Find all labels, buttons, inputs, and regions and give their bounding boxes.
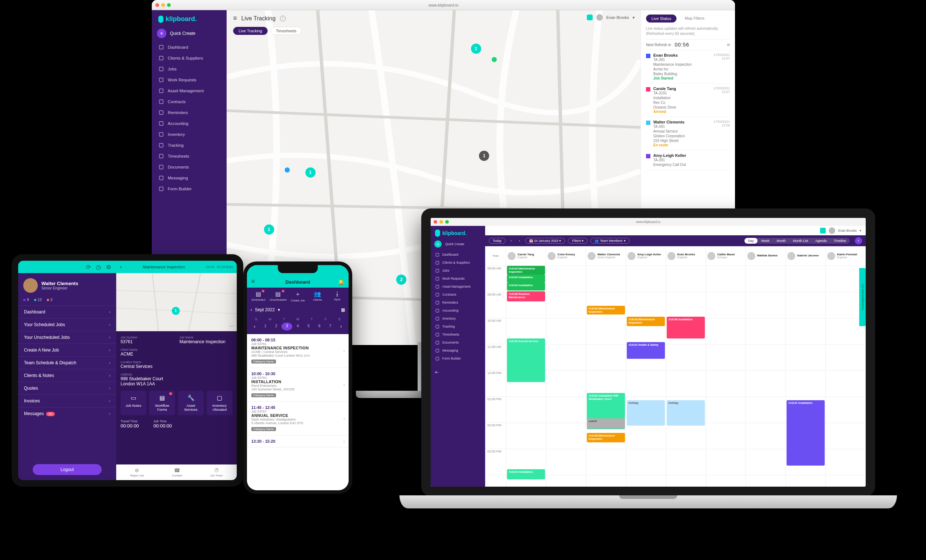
drawer-item[interactable]: Your Scheduled Jobs› [18, 318, 116, 331]
collapse-icon[interactable]: ⇤ [431, 362, 485, 382]
avatar[interactable] [23, 278, 38, 293]
tile-box[interactable]: ▢Inventory Allocated [207, 391, 232, 415]
drawer-item[interactable]: Invoices› [18, 394, 116, 407]
bell-icon[interactable]: 🔔 [338, 279, 344, 285]
tab-live-status[interactable]: Live Status [646, 15, 676, 23]
nav-item-messaging[interactable]: Messaging [431, 347, 485, 354]
view-timeline[interactable]: Timeline [830, 238, 850, 244]
gear-icon[interactable]: ⚙ [106, 264, 111, 271]
bottombar-timer[interactable]: ⏱Job Timer [210, 468, 222, 477]
nav-item-inventory[interactable]: Inventory [431, 315, 485, 322]
nav-item-dashboard[interactable]: Dashboard [431, 251, 485, 259]
schedule-event[interactable]: #14146 Installation [667, 317, 705, 339]
nav-item-tracking[interactable]: Tracking [431, 322, 485, 330]
status-item[interactable]: Walter Clements TA-591 Annual Service Gl… [646, 117, 730, 150]
nav-item-form-builder[interactable]: Form Builder [152, 183, 227, 194]
drawer-item[interactable]: Dashboard› [18, 306, 116, 318]
month-selector[interactable]: ‹ Sept 2022 ▾ ▦ [247, 305, 349, 315]
drawer-item[interactable]: Team Schedule & Dispatch› [18, 356, 116, 369]
nav-item-work-requests[interactable]: Work Requests [431, 275, 485, 283]
view-week[interactable]: Week [758, 238, 773, 244]
refresh-icon[interactable]: ⟳ [727, 43, 730, 47]
resource-header[interactable]: Evan BrooksEngineer [666, 246, 705, 266]
nav-item-documents[interactable]: Documents [431, 339, 485, 347]
view-month[interactable]: Month [773, 238, 790, 244]
nav-item-reminders[interactable]: Reminders [152, 107, 227, 118]
schedule-event[interactable]: #14142 Maintenance Inspection [587, 306, 625, 315]
today-button[interactable]: Today [489, 238, 505, 244]
calendar-date[interactable]: 6 [314, 322, 325, 330]
bottombar-contact[interactable]: ☎Contact [172, 468, 182, 477]
window-controls[interactable] [156, 3, 171, 7]
status-item[interactable]: Amy-Leigh Keller TA-391 Emergency Call O… [646, 150, 730, 170]
nav-item-contracts[interactable]: Contracts [431, 291, 485, 298]
unassigned-jobs-tab[interactable]: Unassigned jobs (2) [859, 268, 866, 326]
resource-header[interactable]: Carole TangEngineer [506, 246, 546, 266]
resource-header[interactable]: Gabriel Jacome [786, 246, 825, 266]
date-picker[interactable]: 📅 24 January 2022 ▾ [525, 238, 565, 244]
job-list-item[interactable]: 08:00 - 08:15 Job 53761 MAINTENANCE INSP… [247, 334, 349, 368]
back-icon[interactable]: ‹ [120, 264, 122, 270]
calendar-date[interactable]: 7 [325, 322, 336, 330]
nav-item-clients-suppliers[interactable]: Clients & Suppliers [152, 53, 227, 64]
notification-badge[interactable] [820, 228, 826, 233]
resource-header[interactable]: Walter ClementsSenior Engineer [586, 246, 626, 266]
nav-item-documents[interactable]: Documents [152, 162, 227, 173]
resource-header[interactable]: Katrin FeinstelEngineer [826, 246, 865, 266]
calendar-date[interactable]: 1 [260, 322, 271, 330]
tile-note[interactable]: ▭Job Notes [121, 391, 146, 415]
nav-item-tracking[interactable]: Tracking [152, 140, 227, 151]
nav-item-clients-suppliers[interactable]: Clients & Suppliers [431, 259, 485, 266]
menu-icon[interactable]: ≡ [233, 15, 237, 22]
tile-wrench[interactable]: 🔧Asset Services [178, 391, 204, 415]
menu-icon[interactable]: ≡ [251, 278, 254, 285]
schedule-event[interactable]: #14142 Maintenance Inspection [627, 317, 665, 326]
tile-form[interactable]: ▤Workflow Forms [149, 391, 175, 415]
user-avatar[interactable] [829, 227, 835, 234]
calendar-icon[interactable]: ▦ [341, 307, 345, 312]
map-pin[interactable]: 1 [471, 44, 481, 54]
nav-item-jobs[interactable]: Jobs [152, 64, 227, 74]
prev-day-icon[interactable]: ‹ [508, 238, 514, 243]
drawer-item[interactable]: Quotes› [18, 382, 116, 394]
sync-icon[interactable]: ⟳ [86, 264, 91, 271]
nav-item-jobs[interactable]: Jobs [431, 266, 485, 275]
drawer-item[interactable]: Clients & Notes› [18, 369, 116, 382]
resource-header[interactable]: Colm KinseyEngineer [546, 246, 586, 266]
schedule-event[interactable]: Lunch [587, 418, 625, 428]
schedule-event[interactable]: #14124 Installation [507, 275, 545, 283]
job-list-item[interactable]: 11:45 - 12:45 Job 53767 ANNUAL SERVICE S… [247, 402, 349, 436]
schedule-event[interactable]: Holiday [667, 400, 705, 425]
nav-item-work-requests[interactable]: Work Requests [152, 74, 227, 85]
schedule-event[interactable]: #14140 Maintenance Inspection [587, 433, 625, 442]
plus-icon[interactable]: + [434, 241, 442, 248]
tab-map-filters[interactable]: Map Filters [679, 15, 709, 23]
view-agenda[interactable]: Agenda [812, 238, 830, 244]
chevron-down-icon[interactable]: ▾ [278, 307, 280, 312]
nav-item-contracts[interactable]: Contracts [152, 96, 227, 107]
nav-item-accounting[interactable]: Accounting [431, 307, 485, 315]
info-icon[interactable]: i [280, 16, 286, 21]
laptop-url[interactable]: www.klipboard.io [636, 220, 661, 224]
tab-live-tracking[interactable]: Live Tracking [233, 27, 268, 35]
prev-week-icon[interactable]: ‹ [249, 322, 260, 330]
nav-item-accounting[interactable]: Accounting [152, 118, 227, 129]
tablet-mini-map[interactable]: 1 ⋯ [116, 273, 237, 331]
status-item[interactable]: Evan Brooks TA-391 Maintenance Inspectio… [646, 50, 730, 83]
prev-month-icon[interactable]: ‹ [251, 307, 252, 312]
status-item[interactable]: Carole Tang TA-3191 Installation Rev Co … [646, 83, 730, 117]
nav-item-asset-management[interactable]: Asset Management [431, 283, 485, 291]
filters-button[interactable]: Filters ▾ [568, 238, 587, 244]
next-week-icon[interactable]: › [336, 322, 346, 330]
schedule-event[interactable]: #14141 Health & Safety [627, 342, 665, 359]
logout-button[interactable]: Logout [33, 464, 102, 475]
nav-item-messaging[interactable]: Messaging [152, 173, 227, 183]
bottombar-reject[interactable]: ⊘Reject Job [130, 468, 144, 477]
schedule-event[interactable]: #14123 Annual Service [507, 339, 545, 382]
next-day-icon[interactable]: › [517, 238, 522, 243]
drawer-item[interactable]: Your Unscheduled Jobs› [18, 331, 116, 344]
drawer-item[interactable]: Create A New Job› [18, 344, 116, 356]
job-list-item[interactable]: 10:00 - 10:30 Job 53764 INSTALLATION Ran… [247, 368, 349, 402]
nav-item-inventory[interactable]: Inventory [152, 129, 227, 140]
action-sync[interactable]: ⭳Sync [328, 291, 347, 302]
